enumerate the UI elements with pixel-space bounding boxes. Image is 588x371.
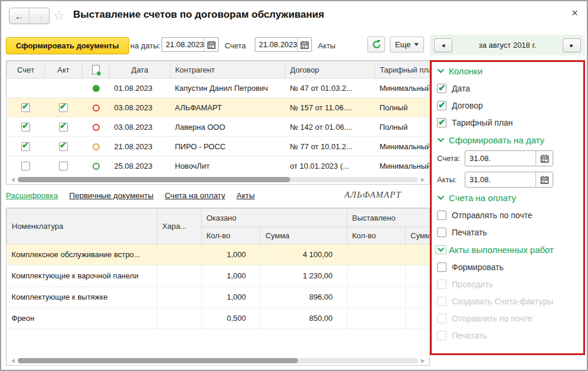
- column-header-status[interactable]: [83, 61, 110, 78]
- section-generate-on-date[interactable]: Сформировать на дату: [437, 135, 580, 145]
- act-date-field[interactable]: 21.08.2023: [255, 37, 312, 52]
- invoice-checkbox[interactable]: [21, 162, 30, 170]
- section-invoices-for-payment[interactable]: Счета на оплату: [437, 193, 580, 203]
- table-row[interactable]: Комплексное обслуживание встро... 1,000 …: [7, 244, 431, 265]
- invoice-checkbox[interactable]: [21, 123, 30, 132]
- checkbox: [437, 118, 446, 127]
- invoice-calendar-button[interactable]: [204, 38, 218, 51]
- generate-invoices-date-row: Счета: 31.08.: [437, 150, 580, 166]
- current-cell: Комплексное обслуживание встро...: [7, 244, 157, 265]
- invoice-checkbox[interactable]: [21, 103, 30, 112]
- act-checkbox[interactable]: [59, 142, 68, 151]
- table-row[interactable]: 01.08.2023 Капустин Данил Петрович № 47 …: [7, 78, 431, 98]
- calendar-button[interactable]: [536, 151, 553, 166]
- option-acts-generate[interactable]: Формировать: [437, 262, 580, 272]
- column-header-provided-sum[interactable]: Сумма: [261, 227, 347, 244]
- option-show-tariff[interactable]: Тарифный план: [437, 118, 580, 127]
- checkbox: [437, 211, 446, 220]
- option-show-contract[interactable]: Договор: [437, 101, 580, 110]
- column-header-contractor[interactable]: Контрагент: [170, 61, 285, 78]
- checkbox: [437, 228, 446, 237]
- scroll-left-icon[interactable]: [9, 178, 15, 182]
- column-header-tariff[interactable]: Тарифный план: [375, 61, 431, 78]
- document-status-icon: [92, 65, 100, 74]
- invoice-checkbox[interactable]: [21, 142, 30, 151]
- column-header-invoice[interactable]: Счет: [7, 61, 45, 78]
- table-row[interactable]: 03.08.2023 АЛЬФАМАРТ № 157 от 11.06.... …: [7, 98, 431, 117]
- section-columns[interactable]: Колонки: [437, 66, 580, 76]
- scroll-right-icon[interactable]: [421, 178, 427, 182]
- option-invoices-print[interactable]: Печатать: [437, 228, 580, 237]
- option-label: Проводить: [452, 280, 493, 289]
- section-title: Счета на оплату: [449, 193, 516, 203]
- tab-primary-documents[interactable]: Первичные документы: [69, 191, 153, 200]
- status-icon: [93, 85, 100, 92]
- act-checkbox[interactable]: [59, 123, 68, 132]
- scrollbar-thumb[interactable]: [18, 358, 298, 363]
- scroll-left-icon[interactable]: [9, 359, 15, 363]
- forward-arrow-icon: →: [35, 11, 44, 21]
- acts-date-field[interactable]: 31.08.: [465, 172, 553, 188]
- section-completed-work-acts[interactable]: Акты выполненных работ: [437, 245, 580, 255]
- option-invoices-send-mail[interactable]: Отправлять по почте: [437, 211, 580, 220]
- column-header-provided-qty[interactable]: Кол-во: [202, 227, 261, 244]
- invoices-date-value[interactable]: 31.08.: [465, 151, 536, 166]
- previous-period-button[interactable]: ◄: [434, 38, 452, 52]
- arrow-left-icon: ◄: [441, 42, 446, 48]
- back-button[interactable]: ←: [9, 8, 29, 24]
- column-header-billed-qty[interactable]: Кол-во: [347, 227, 406, 244]
- column-header-nomenclature[interactable]: Номенклатура: [7, 209, 157, 244]
- act-checkbox[interactable]: [59, 103, 68, 112]
- calendar-button[interactable]: [536, 172, 553, 187]
- act-calendar-button[interactable]: [297, 38, 311, 51]
- column-header-date[interactable]: Дата: [110, 61, 170, 78]
- section-title: Сформировать на дату: [449, 135, 544, 145]
- option-acts-post: Проводить: [437, 280, 580, 289]
- generate-acts-date-row: Акты: 31.08.: [437, 172, 580, 188]
- contracts-table: Счет Акт Дата Контрагент Договор Тарифны…: [6, 60, 430, 185]
- invoice-date-value[interactable]: 21.08.2023: [162, 38, 204, 51]
- scrollbar-track[interactable]: [18, 177, 418, 182]
- option-acts-print: Печатать: [437, 331, 580, 340]
- column-header-billed-sum[interactable]: Сумма: [406, 227, 431, 244]
- generate-documents-button[interactable]: Сформировать документы: [6, 37, 129, 54]
- column-header-act[interactable]: Акт: [45, 61, 83, 78]
- column-header-characteristic[interactable]: Хара...: [157, 209, 202, 244]
- period-navigator: ◄ за август 2018 г. ►: [430, 35, 585, 55]
- column-header-contract[interactable]: Договор: [285, 61, 375, 78]
- calendar-icon: [300, 41, 309, 49]
- scrollbar-thumb[interactable]: [18, 177, 290, 182]
- refresh-button[interactable]: [367, 37, 385, 52]
- invoice-date-field[interactable]: 21.08.2023: [162, 37, 219, 52]
- act-date-value[interactable]: 21.08.2023: [255, 38, 297, 51]
- table-row[interactable]: 21.08.2023 ПИРО - РОСС № 77 от 10.01.2..…: [7, 137, 431, 156]
- column-group-billed[interactable]: Выставлено: [347, 209, 431, 227]
- app-window: ← → ☆ Выставление счетов по договорам об…: [0, 0, 588, 371]
- tab-acts[interactable]: Акты: [236, 191, 255, 200]
- section-title: Колонки: [449, 66, 482, 76]
- option-show-date[interactable]: Дата: [437, 84, 580, 93]
- table-row[interactable]: Комплектующие к вытяжке 1,000 896,00: [7, 287, 431, 308]
- horizontal-scrollbar[interactable]: [6, 175, 429, 184]
- acts-date-value[interactable]: 31.08.: [465, 172, 536, 187]
- checkbox: [437, 314, 446, 323]
- act-checkbox[interactable]: [59, 162, 68, 170]
- tab-decryption[interactable]: Расшифровка: [6, 191, 58, 200]
- tab-invoices[interactable]: Счета на оплату: [165, 191, 225, 200]
- more-button[interactable]: Еще: [390, 37, 424, 52]
- scroll-right-icon[interactable]: [421, 359, 427, 363]
- table-row[interactable]: Комплектующие к варочной панели 1,000 1 …: [7, 265, 431, 287]
- table-row[interactable]: 25.08.2023 НовочЛит от 10.01.2023 (... М…: [7, 156, 431, 176]
- invoices-date-field[interactable]: 31.08.: [465, 150, 553, 166]
- option-label: Формировать: [452, 262, 504, 272]
- favorite-star-icon[interactable]: ☆: [53, 8, 65, 24]
- table-row[interactable]: 03.08.2023 Лаверна ООО № 142 от 01.06...…: [7, 117, 431, 137]
- forward-button[interactable]: →: [29, 8, 49, 24]
- calendar-icon: [540, 176, 549, 184]
- close-icon[interactable]: ×: [571, 6, 578, 19]
- next-period-button[interactable]: ►: [563, 38, 581, 52]
- scrollbar-track[interactable]: [18, 358, 418, 363]
- horizontal-scrollbar[interactable]: [6, 356, 429, 365]
- column-group-provided[interactable]: Оказано: [202, 209, 347, 227]
- table-row[interactable]: Фреон 0,500 850,00: [7, 308, 431, 329]
